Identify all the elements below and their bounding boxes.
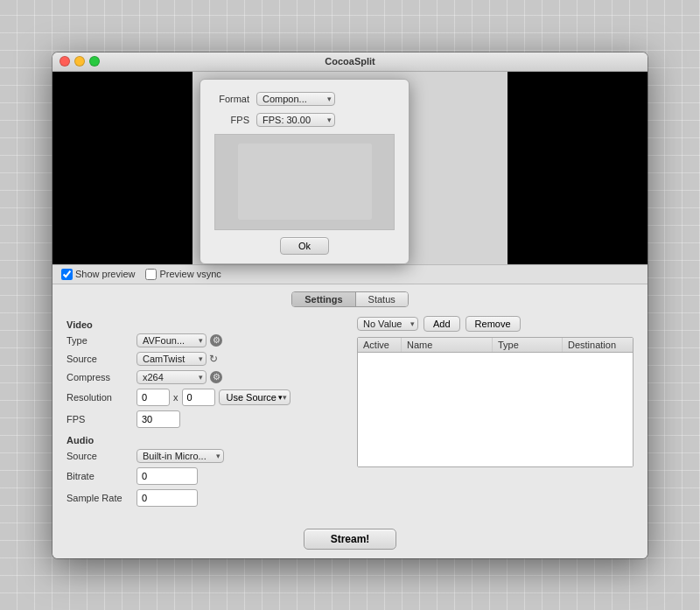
resolution-label: Resolution (66, 392, 136, 403)
traffic-lights (60, 56, 100, 67)
show-preview-label: Show preview (75, 269, 135, 279)
title-bar: CocoaSplit (52, 53, 648, 72)
fps-select[interactable]: FPS: 30.00 (256, 113, 335, 127)
resolution-inputs: x Use Source (136, 389, 290, 406)
compress-gear-icon[interactable]: ⚙ (210, 371, 222, 383)
minimize-button[interactable] (74, 56, 85, 67)
main-window: CocoaSplit Format Compon... FPS (52, 53, 648, 558)
type-gear-icon[interactable]: ⚙ (210, 334, 222, 347)
ok-button[interactable]: Ok (280, 237, 329, 255)
maximize-button[interactable] (89, 56, 100, 67)
destinations-bar: No Value Add Remove (357, 316, 634, 332)
format-select[interactable]: Compon... (256, 92, 335, 106)
dialog-preview (214, 134, 395, 230)
stream-bar: Stream! (52, 520, 648, 558)
video-section-header: Video (66, 319, 343, 330)
remove-button[interactable]: Remove (466, 316, 521, 332)
use-source-wrapper[interactable]: Use Source (219, 389, 290, 405)
resolution-row: Resolution x Use Source (66, 389, 343, 406)
video-right-panel (508, 72, 648, 264)
type-select[interactable]: AVFoun... (136, 333, 206, 347)
preview-vsync-label: Preview vsync (159, 269, 220, 279)
no-value-select[interactable]: No Value (357, 317, 418, 331)
preview-vsync-checkbox-label[interactable]: Preview vsync (145, 269, 220, 280)
destinations-table: Active Name Type Destination (357, 337, 634, 467)
type-select-wrapper[interactable]: AVFoun... (136, 333, 206, 347)
source-row: Source CamTwist ↻ (66, 352, 343, 366)
source-label: Source (66, 354, 136, 364)
bitrate-label: Bitrate (66, 471, 136, 481)
fps-input[interactable] (136, 410, 180, 428)
tab-bar: Settings Status (52, 284, 648, 307)
compress-row: Compress x264 ⚙ (66, 370, 343, 384)
col-name-header: Name (402, 338, 493, 352)
resolution-height-input[interactable] (182, 389, 215, 406)
format-label: Format (214, 94, 249, 104)
preview-vsync-checkbox[interactable] (145, 269, 157, 280)
source-select[interactable]: CamTwist (136, 352, 206, 366)
add-button[interactable]: Add (424, 316, 460, 332)
video-area: Format Compon... FPS FPS: 30.00 (52, 72, 648, 264)
col-destination-header: Destination (563, 338, 633, 352)
type-row: Type AVFoun... ⚙ (66, 333, 343, 347)
bitrate-row: Bitrate (66, 467, 343, 485)
col-type-header: Type (493, 338, 563, 352)
audio-source-label: Source (66, 451, 136, 461)
stream-button[interactable]: Stream! (304, 529, 397, 550)
bitrate-input[interactable] (136, 467, 198, 485)
source-refresh-icon[interactable]: ↻ (206, 352, 220, 366)
close-button[interactable] (60, 56, 70, 67)
tab-group: Settings Status (291, 291, 409, 307)
sample-rate-label: Sample Rate (66, 493, 136, 503)
settings-right: No Value Add Remove Active Name Type Des… (357, 316, 634, 511)
table-body (358, 353, 633, 466)
fps-form-label: FPS (66, 414, 136, 424)
format-dialog: Format Compon... FPS FPS: 30.00 (200, 79, 410, 264)
tab-settings[interactable]: Settings (292, 292, 355, 306)
settings-left: Video Type AVFoun... ⚙ Source CamTwist ↻ (66, 316, 343, 511)
table-header: Active Name Type Destination (358, 338, 633, 353)
bottom-bar: Show preview Preview vsync (52, 264, 648, 284)
window-title: CocoaSplit (325, 56, 374, 67)
compress-select-wrapper[interactable]: x264 (136, 370, 206, 384)
main-content: Video Type AVFoun... ⚙ Source CamTwist ↻ (52, 307, 648, 520)
video-left-panel (52, 72, 192, 264)
dialog-preview-inner (238, 144, 372, 219)
format-row: Format Compon... (214, 92, 395, 106)
compress-select[interactable]: x264 (136, 370, 206, 384)
video-center-panel: Format Compon... FPS FPS: 30.00 (192, 72, 508, 264)
col-active-header: Active (358, 338, 402, 352)
type-label: Type (66, 335, 136, 346)
fps-row: FPS (66, 410, 343, 428)
resolution-width-input[interactable] (136, 389, 170, 406)
audio-source-select-wrapper[interactable]: Built-in Micro... (136, 449, 224, 463)
source-select-wrapper[interactable]: CamTwist (136, 352, 206, 366)
show-preview-checkbox-label[interactable]: Show preview (61, 269, 135, 280)
tab-status[interactable]: Status (356, 292, 408, 306)
sample-rate-row: Sample Rate (66, 489, 343, 507)
sample-rate-input[interactable] (136, 489, 198, 507)
use-source-button[interactable]: Use Source (219, 389, 290, 405)
audio-section-header: Audio (66, 435, 343, 445)
no-value-select-wrapper[interactable]: No Value (357, 317, 418, 331)
fps-row: FPS FPS: 30.00 (214, 113, 395, 127)
fps-label: FPS (214, 115, 249, 125)
audio-source-select[interactable]: Built-in Micro... (136, 449, 224, 463)
format-select-wrapper[interactable]: Compon... (256, 92, 335, 106)
compress-label: Compress (66, 372, 136, 382)
fps-select-wrapper[interactable]: FPS: 30.00 (256, 113, 335, 127)
resolution-x-label: x (173, 392, 178, 403)
show-preview-checkbox[interactable] (61, 269, 73, 280)
audio-source-row: Source Built-in Micro... (66, 449, 343, 463)
